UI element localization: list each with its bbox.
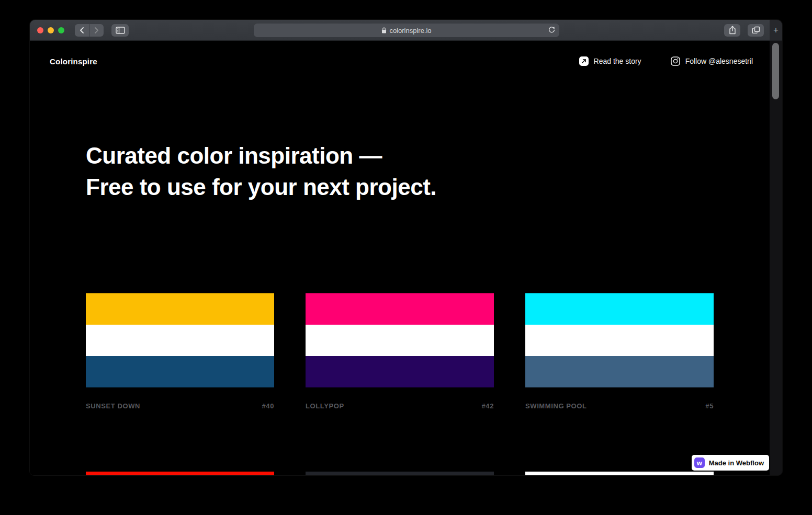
hero-section: Curated color inspiration — Free to use … — [86, 140, 714, 203]
url-text: colorinspire.io — [389, 27, 431, 35]
traffic-lights — [30, 27, 64, 33]
palette-card-sunset-down[interactable]: SUNSET DOWN #40 — [86, 293, 274, 410]
read-the-story-link[interactable]: Read the story — [579, 56, 641, 66]
browser-toolbar: colorinspire.io — [30, 20, 770, 41]
color-stripe[interactable] — [306, 293, 494, 325]
color-stripe[interactable] — [306, 356, 494, 387]
reload-icon[interactable] — [548, 26, 556, 34]
color-stripe[interactable] — [86, 472, 274, 475]
color-stripe[interactable] — [525, 356, 714, 387]
chevron-right-icon — [94, 27, 99, 33]
sidebar-icon — [116, 27, 125, 34]
follow-instagram-link[interactable]: Follow @alesnesetril — [671, 56, 753, 66]
webflow-badge-label: Made in Webflow — [709, 459, 764, 467]
page-viewport: Colorinspire Read the story — [30, 41, 770, 475]
palette-number: #5 — [705, 402, 714, 410]
plus-icon: + — [773, 25, 779, 36]
color-stripe[interactable] — [86, 293, 274, 325]
arrow-up-right-icon — [579, 56, 589, 66]
webflow-logo-icon: w — [694, 457, 705, 468]
palette-grid-next-row — [86, 472, 714, 475]
close-window-button[interactable] — [37, 27, 43, 33]
color-stripe[interactable] — [525, 325, 714, 356]
back-button[interactable] — [75, 24, 89, 37]
palette-number: #40 — [262, 402, 275, 410]
scrollbar-track[interactable] — [770, 41, 782, 475]
address-bar[interactable]: colorinspire.io — [254, 24, 559, 37]
site-logo[interactable]: Colorinspire — [50, 57, 97, 66]
color-stripe[interactable] — [306, 472, 494, 475]
palette-card-partial[interactable] — [525, 472, 714, 475]
color-stripe[interactable] — [306, 325, 494, 356]
read-the-story-label: Read the story — [594, 57, 641, 65]
lock-icon — [381, 27, 387, 33]
scrollbar-thumb[interactable] — [772, 43, 779, 99]
palette-name: SWIMMING POOL — [525, 402, 587, 410]
instagram-icon — [671, 56, 680, 66]
zoom-window-button[interactable] — [58, 27, 64, 33]
palette-card-swimming-pool[interactable]: SWIMMING POOL #5 — [525, 293, 714, 410]
browser-window: colorinspire.io — [30, 20, 782, 475]
share-icon — [729, 26, 736, 35]
palette-card-lollypop[interactable]: LOLLYPOP #42 — [306, 293, 494, 410]
site-header: Colorinspire Read the story — [30, 41, 770, 66]
share-button[interactable] — [724, 24, 740, 37]
tab-overview-button[interactable] — [748, 24, 764, 37]
palette-number: #42 — [482, 402, 494, 410]
palette-card-partial[interactable] — [306, 472, 494, 475]
made-in-webflow-badge[interactable]: w Made in Webflow — [692, 455, 769, 471]
palette-name: LOLLYPOP — [306, 402, 344, 410]
minimize-window-button[interactable] — [48, 27, 54, 33]
tabs-icon — [752, 26, 760, 34]
forward-button[interactable] — [89, 24, 104, 37]
color-stripe[interactable] — [86, 325, 274, 356]
color-stripe[interactable] — [525, 293, 714, 325]
color-stripe[interactable] — [86, 356, 274, 387]
palette-name: SUNSET DOWN — [86, 402, 140, 410]
palette-grid: SUNSET DOWN #40 LOLLYPOP #42 — [86, 293, 714, 410]
sidebar-toggle-button[interactable] — [111, 24, 129, 37]
color-stripe[interactable] — [525, 472, 714, 475]
chevron-left-icon — [80, 27, 84, 33]
hero-heading: Curated color inspiration — Free to use … — [86, 140, 714, 203]
new-tab-button[interactable]: + — [770, 20, 782, 41]
follow-label: Follow @alesnesetril — [685, 57, 753, 65]
palette-card-partial[interactable] — [86, 472, 274, 475]
